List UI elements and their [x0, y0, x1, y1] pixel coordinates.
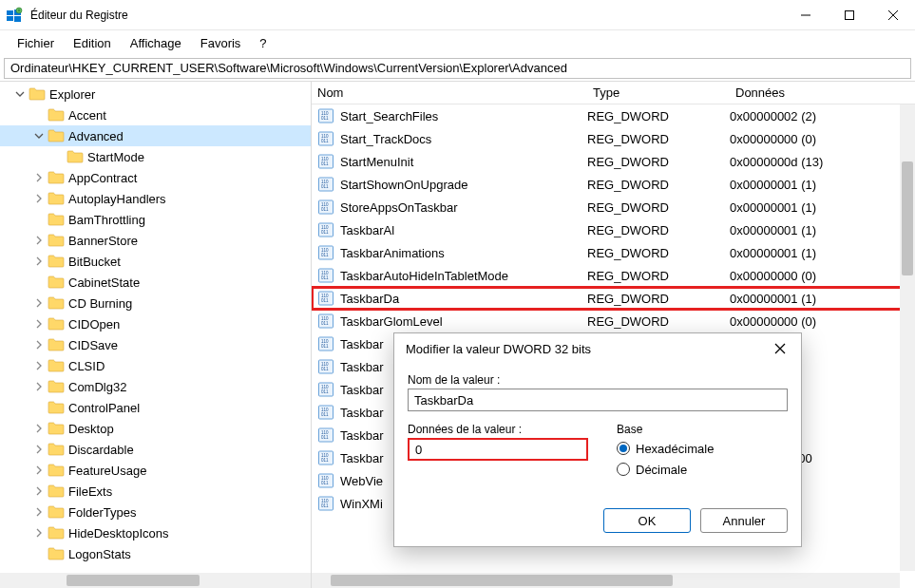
tree-item[interactable]: FolderTypes [0, 502, 311, 522]
tree-item[interactable]: FileExts [0, 481, 311, 502]
menu-view[interactable]: Affichage [123, 34, 189, 52]
folder-icon [67, 150, 84, 163]
tree-item[interactable]: BamThrottling [0, 209, 311, 230]
list-row[interactable]: 110 011 Start_TrackDocsREG_DWORD0x000000… [312, 127, 915, 150]
tree-item[interactable]: AppContract [0, 167, 311, 188]
list-h-scrollbar[interactable] [312, 573, 900, 588]
value-name-field[interactable] [408, 389, 788, 411]
list-row[interactable]: 110 011 StartShownOnUpgradeREG_DWORD0x00… [312, 173, 915, 196]
tree-pane: Explorer Accent Advanced StartMode AppCo… [0, 82, 312, 588]
menu-file[interactable]: Fichier [10, 34, 62, 52]
radio-dec-indicator [617, 463, 630, 476]
value-name: StoreAppsOnTaskbar [340, 200, 587, 215]
tree-item[interactable]: CIDOpen [0, 313, 311, 334]
tree-item[interactable]: Advanced [0, 125, 311, 146]
chevron-right-icon[interactable] [32, 505, 46, 519]
expander-spacer [32, 401, 46, 414]
tree-item[interactable]: BitBucket [0, 251, 311, 272]
dword-value-icon: 110 011 [317, 358, 334, 375]
chevron-right-icon[interactable] [32, 171, 46, 184]
registry-tree[interactable]: Explorer Accent Advanced StartMode AppCo… [0, 82, 311, 566]
list-row[interactable]: 110 011 TaskbarAlREG_DWORD0x00000001 (1) [312, 218, 915, 241]
list-row[interactable]: 110 011 StoreAppsOnTaskbarREG_DWORD0x000… [312, 196, 915, 218]
svg-text:011: 011 [321, 344, 329, 349]
svg-text:011: 011 [321, 481, 329, 485]
tree-item-label: FeatureUsage [68, 464, 146, 478]
chevron-right-icon[interactable] [32, 359, 46, 372]
chevron-right-icon[interactable] [32, 234, 46, 247]
tree-item[interactable]: CD Burning [0, 293, 311, 313]
window-controls [784, 0, 915, 30]
radio-hex[interactable]: Hexadécimale [617, 438, 788, 459]
dialog-close-button[interactable] [767, 335, 793, 362]
chevron-right-icon[interactable] [32, 192, 46, 205]
menu-favorites[interactable]: Favoris [193, 34, 249, 52]
dword-value-icon: 110 011 [317, 176, 334, 193]
tree-item[interactable]: StartMode [0, 146, 311, 167]
close-button[interactable] [871, 0, 915, 30]
tree-item[interactable]: FeatureUsage [0, 460, 311, 481]
value-name: TaskbarAl [340, 223, 587, 237]
folder-icon [48, 464, 65, 477]
dword-value-icon: 110 011 [317, 313, 334, 330]
chevron-right-icon[interactable] [32, 484, 46, 498]
ok-button[interactable]: OK [603, 508, 691, 533]
cancel-button[interactable]: Annuler [700, 508, 788, 533]
chevron-right-icon[interactable] [32, 422, 46, 435]
chevron-right-icon[interactable] [32, 464, 46, 477]
tree-item[interactable]: Discardable [0, 439, 311, 460]
tree-item[interactable]: AutoplayHandlers [0, 188, 311, 209]
chevron-down-icon[interactable] [13, 87, 27, 101]
tree-item[interactable]: BannerStore [0, 230, 311, 251]
address-input[interactable] [4, 58, 911, 79]
chevron-right-icon[interactable] [32, 526, 46, 540]
svg-text:011: 011 [321, 207, 329, 212]
tree-item[interactable]: LogonStats [0, 543, 311, 564]
list-row[interactable]: 110 011 StartMenuInitREG_DWORD0x0000000d… [312, 150, 915, 173]
maximize-button[interactable] [828, 0, 871, 30]
col-header-data[interactable]: Données [732, 82, 915, 104]
chevron-down-icon[interactable] [32, 129, 46, 142]
value-data: 0x0000000d (13) [730, 155, 915, 169]
chevron-right-icon[interactable] [32, 255, 46, 268]
col-header-type[interactable]: Type [589, 82, 732, 104]
tree-item[interactable]: ComDlg32 [0, 376, 311, 397]
value-data-field[interactable] [408, 438, 588, 461]
chevron-right-icon[interactable] [32, 317, 46, 331]
tree-item[interactable]: CLSID [0, 355, 311, 376]
menu-edit[interactable]: Edition [66, 34, 119, 52]
list-row[interactable]: 110 011 TaskbarDaREG_DWORD0x00000001 (1) [312, 287, 915, 310]
tree-item[interactable]: Explorer [0, 84, 311, 104]
list-row[interactable]: 110 011 TaskbarGlomLevelREG_DWORD0x00000… [312, 310, 915, 332]
tree-item[interactable]: HideDesktopIcons [0, 522, 311, 543]
svg-text:011: 011 [321, 458, 329, 463]
list-row[interactable]: 110 011 Start_SearchFilesREG_DWORD0x0000… [312, 104, 915, 127]
tree-item[interactable]: Accent [0, 104, 311, 125]
tree-item[interactable]: CIDSave [0, 334, 311, 355]
value-type: REG_DWORD [587, 223, 730, 237]
list-v-scrollbar[interactable] [900, 104, 915, 571]
col-header-name[interactable]: Nom [312, 82, 589, 104]
svg-rect-5 [18, 9, 20, 9]
list-row[interactable]: 110 011 TaskbarAutoHideInTabletModeREG_D… [312, 264, 915, 287]
chevron-right-icon[interactable] [32, 443, 46, 456]
tree-item[interactable]: ControlPanel [0, 397, 311, 418]
svg-point-4 [16, 8, 22, 13]
dword-value-icon: 110 011 [317, 449, 334, 466]
minimize-button[interactable] [784, 0, 828, 30]
radio-dec[interactable]: Décimale [617, 459, 788, 480]
list-row[interactable]: 110 011 TaskbarAnimationsREG_DWORD0x0000… [312, 241, 915, 264]
chevron-right-icon[interactable] [32, 338, 46, 351]
menu-help[interactable]: ? [252, 34, 274, 52]
folder-icon [48, 422, 65, 435]
dialog-titlebar[interactable]: Modifier la valeur DWORD 32 bits [394, 333, 801, 364]
tree-h-scrollbar[interactable] [0, 573, 311, 588]
tree-item[interactable]: Desktop [0, 418, 311, 439]
dword-value-icon: 110 011 [317, 199, 334, 216]
chevron-right-icon[interactable] [32, 380, 46, 393]
dword-value-icon: 110 011 [317, 335, 334, 352]
chevron-right-icon[interactable] [32, 296, 46, 310]
svg-text:011: 011 [321, 367, 329, 371]
svg-text:011: 011 [321, 161, 329, 166]
tree-item[interactable]: CabinetState [0, 272, 311, 293]
